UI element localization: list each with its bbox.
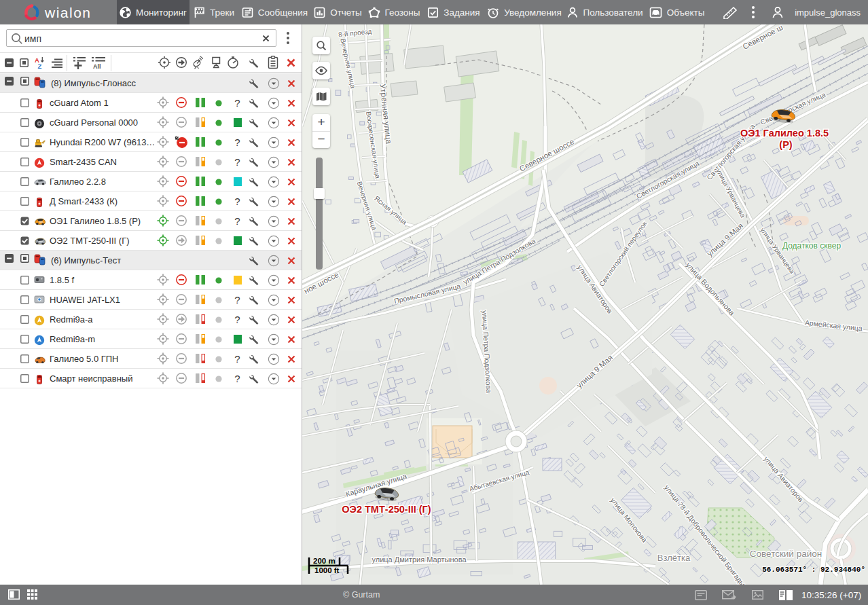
svg-text:улица Дмитрия Мартынова: улица Дмитрия Мартынова	[372, 555, 467, 564]
svg-text:200 m: 200 m	[313, 557, 336, 565]
svg-text:Додатков сквер: Додатков сквер	[782, 241, 842, 251]
svg-text:1000 ft: 1000 ft	[314, 566, 340, 574]
svg-text:(Р): (Р)	[779, 139, 793, 150]
svg-text:All: All	[93, 63, 101, 69]
svg-text:ОЭ2 ТМТ-250-III (Г): ОЭ2 ТМТ-250-III (Г)	[342, 504, 431, 515]
svg-text:ОЭ1 Галилео 1.8.5: ОЭ1 Галилео 1.8.5	[740, 128, 829, 139]
svg-text:Z: Z	[38, 62, 42, 69]
svg-text:Советский район: Советский район	[750, 549, 822, 559]
svg-text:Взлётка: Взлётка	[657, 553, 691, 563]
